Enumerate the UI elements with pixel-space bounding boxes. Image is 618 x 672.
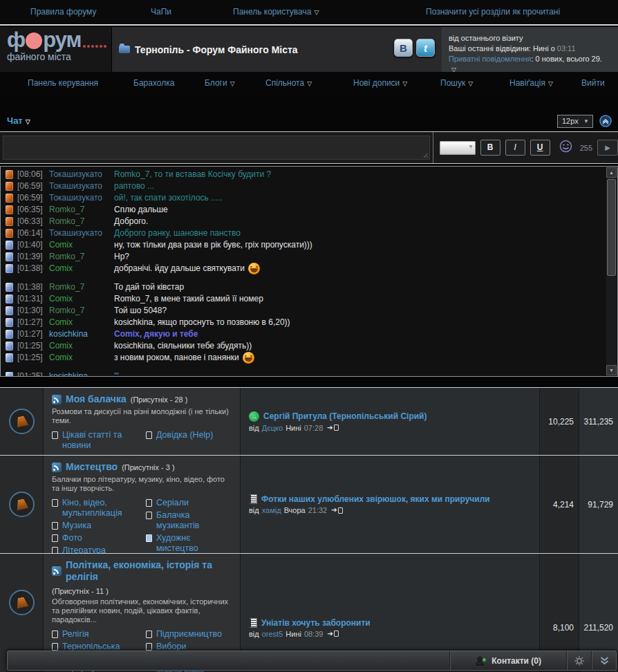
top-nav-bar: Правила форуму ЧаПи Панель користувача▽ … [0, 0, 618, 26]
chat-username[interactable]: kosichkina [49, 328, 114, 340]
subforum-item: Підприємництво [146, 629, 234, 640]
subforum-link[interactable]: Балачка музикантів [156, 510, 234, 531]
subforum-link[interactable]: Фото [62, 533, 82, 543]
bold-button[interactable]: B [480, 140, 500, 156]
last-post-topic-link[interactable]: Уніатів хочуть заборонити [261, 618, 371, 628]
goto-last-post-icon[interactable]: ➔ [331, 507, 342, 514]
vk-icon[interactable]: В [394, 39, 413, 57]
nav-flea-market[interactable]: Барахолка [133, 72, 174, 95]
nav-search[interactable]: Пошук▽ [440, 72, 473, 95]
nav-community[interactable]: Спільнота▽ [265, 72, 312, 95]
subforum-link[interactable]: Музика [62, 521, 91, 531]
subforum-link[interactable]: Довідка (Help) [156, 430, 213, 440]
italic-button[interactable]: I [505, 140, 525, 156]
note-icon [6, 205, 13, 214]
text-color-select[interactable] [440, 141, 476, 155]
nav-navigation[interactable]: Навіґація▽ [509, 72, 553, 95]
nav-blogs[interactable]: Блоги▽ [205, 72, 235, 95]
nav-logout[interactable]: Вийти [581, 72, 605, 95]
contacts-button[interactable]: Контакти (0) [451, 651, 566, 670]
chat-username[interactable]: Токашизукато [49, 180, 114, 192]
chat-username[interactable]: Comix [49, 263, 114, 281]
nav-control-panel[interactable]: Панель керування [28, 72, 98, 95]
send-button[interactable]: ▶ [597, 140, 618, 156]
dropdown-arrow-icon: ▽ [26, 118, 30, 125]
chat-username[interactable]: Romko_7 [49, 305, 114, 317]
goto-arrow-icon[interactable] [249, 411, 259, 422]
chat-username[interactable]: Romko_7 [49, 251, 114, 263]
chat-message-row: [01:40] Comix ну, тож тільки два рази в … [5, 239, 603, 251]
chat-time: [01:27] [17, 328, 49, 340]
forum-section-moya-balachka: Моя балачка (Присутніх - 28 ) Розмови та… [0, 387, 618, 455]
chat-username[interactable]: kosichkina [49, 371, 114, 377]
private-messages-link[interactable]: Приватні повідомлення [449, 55, 531, 63]
chat-font-size-select[interactable]: 12px▼ [557, 115, 593, 128]
posts-count: 91,729 [579, 456, 618, 553]
subforum-link[interactable]: Цікаві статті та новини [62, 430, 144, 451]
logo-dots [83, 45, 106, 48]
present-count: (Присутніх - 28 ) [131, 395, 188, 404]
forum-title-link[interactable]: Моя балачка [66, 393, 127, 405]
page-icon [146, 499, 152, 507]
subforum-link[interactable]: Підприємництво [156, 629, 222, 640]
subforum-link[interactable]: Релігія [62, 629, 89, 640]
forum-title-link[interactable]: Політика, економіка, історія та релігія [66, 559, 225, 583]
underline-button[interactable]: U [530, 140, 550, 156]
scroll-down-icon[interactable]: ▼ [606, 365, 617, 375]
nav-new-posts[interactable]: Нові дописи▽ [353, 72, 407, 95]
chat-title[interactable]: Чат▽ [7, 115, 30, 126]
chat-message-input[interactable] [3, 136, 430, 160]
subforum-link[interactable]: Серіали [156, 498, 189, 508]
settings-gear-icon[interactable] [568, 651, 591, 670]
dropdown-arrow-icon: ▽ [402, 80, 407, 87]
chat-username[interactable]: Comix [49, 317, 114, 328]
last-post-topic-link[interactable]: Фотки наших улюблених звірюшок, яких ми … [261, 494, 490, 504]
chat-username[interactable]: Romko_7 [49, 281, 114, 293]
chat-text: То дай той ківстар [114, 282, 184, 292]
collapse-down-icon[interactable] [592, 651, 616, 670]
last-post-author-link[interactable]: orest5 [262, 630, 283, 638]
chat-message-row: [01:30] Romko_7 Той шо 5048? [5, 305, 603, 317]
top-nav-mark-read[interactable]: Позначити усі розділи як прочитані [426, 0, 560, 24]
rss-icon[interactable] [52, 463, 62, 472]
chat-username[interactable]: Romko_7 [49, 216, 114, 227]
last-post-time: 07:28 [304, 424, 324, 432]
chat-username[interactable]: Токашизукато [49, 192, 114, 204]
top-nav-faq[interactable]: ЧаПи [151, 0, 171, 24]
chat-username[interactable]: Comix [49, 293, 114, 305]
smiley-picker-icon[interactable] [559, 140, 572, 156]
chat-username[interactable]: Токашизукато [49, 227, 114, 239]
chat-username[interactable]: Romko_7 [49, 204, 114, 216]
last-post-topic-link[interactable]: Сергій Притула (Тернопільський Сірий) [263, 411, 427, 421]
last-post-cell: Фотки наших улюблених звірюшок, яких ми … [240, 456, 539, 553]
top-nav-user-panel[interactable]: Панель користувача▽ [233, 0, 319, 25]
forum-logo[interactable]: фрум файного міста [0, 27, 112, 72]
subforum-link[interactable]: Художнє мистецтво [156, 533, 234, 554]
chat-time: [01:25] [17, 352, 49, 371]
chat-username[interactable]: Comix [49, 340, 114, 352]
goto-last-post-icon[interactable]: ➔ [327, 631, 338, 637]
chat-username[interactable]: Comix [49, 352, 114, 371]
top-nav-forum-rules[interactable]: Правила форуму [30, 0, 96, 24]
last-post-author-link[interactable]: Дєцко [262, 424, 283, 432]
rss-icon[interactable] [52, 395, 62, 404]
subforum-item: Цікаві статті та новини [52, 430, 144, 451]
twitter-icon[interactable]: t [416, 39, 435, 57]
chat-time: [08:06] [17, 169, 49, 180]
forum-title-link[interactable]: Мистецтво [66, 461, 118, 473]
scroll-up-icon[interactable]: ▲ [606, 167, 617, 178]
forum-section-mystetstvo: Мистецтво (Присутніх - 3 ) Балачки про л… [0, 455, 618, 553]
goto-last-post-icon[interactable]: ➔ [327, 424, 338, 431]
chat-username[interactable]: Comix [49, 239, 114, 251]
last-post-author-link[interactable]: хамід [262, 506, 281, 514]
subforum-link[interactable]: Кіно, відео, мультиплікація [62, 498, 144, 519]
scrollbar-thumb[interactable] [607, 179, 616, 276]
rss-icon[interactable] [52, 566, 62, 576]
chat-scrollbar[interactable]: ▲ ▼ [606, 167, 617, 375]
notepad-icon [249, 618, 257, 628]
chat-username[interactable]: Токашизукато [49, 169, 114, 180]
chat-time: [01:25] [17, 340, 49, 352]
char-counter: 255 [580, 144, 592, 152]
collapse-chat-icon[interactable] [599, 115, 612, 127]
chat-text: Romko_7, в мене такий самий її номер [114, 294, 263, 304]
